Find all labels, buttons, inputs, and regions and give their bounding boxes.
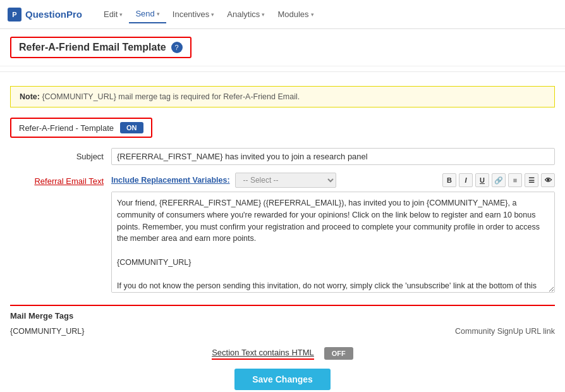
email-textarea[interactable]: Your friend, {REFERRAL_FIRST_NAME} ({REF… (111, 192, 555, 293)
logo: P QuestionPro (8, 8, 82, 21)
template-toggle-button[interactable]: ON (120, 122, 143, 133)
edit-arrow-icon: ▾ (119, 11, 123, 18)
replacement-label: Include Replacement Variables: (111, 176, 230, 185)
section-html-toggle[interactable]: OFF (324, 347, 353, 360)
toolbar-italic[interactable]: I (459, 173, 473, 187)
email-text-row: Referral Email Text Include Replacement … (10, 173, 555, 295)
toolbar-preview[interactable]: 👁 (541, 173, 555, 187)
page-title-box: Refer-A-Friend Email Template ? (10, 37, 191, 58)
subject-wrap (111, 148, 555, 165)
nav-item-incentives[interactable]: Incentives ▾ (166, 6, 221, 23)
toolbar-underline[interactable]: U (475, 173, 489, 187)
page-title: Refer-A-Friend Email Template (19, 42, 166, 53)
note-text: {COMMUNITY_URL} mail merge tag is requir… (42, 92, 300, 101)
toolbar-link[interactable]: 🔗 (492, 173, 506, 187)
template-toggle-label: Refer-A-Friend - Template (19, 123, 114, 133)
subject-row: Subject (10, 148, 555, 165)
subject-label: Subject (10, 148, 111, 161)
nav-item-edit[interactable]: Edit ▾ (97, 6, 129, 23)
send-arrow-icon: ▾ (157, 11, 160, 17)
replacement-select[interactable]: -- Select -- (235, 173, 336, 188)
email-text-label: Referral Email Text (10, 173, 111, 186)
toolbar-align[interactable]: ≡ (508, 173, 522, 187)
merge-tag-desc-0: Community SignUp URL link (455, 327, 555, 336)
nav-item-send[interactable]: Send ▾ (129, 5, 166, 23)
template-toggle-row: Refer-A-Friend - Template ON (10, 118, 152, 138)
section-html-label: Section Text contains HTML (212, 348, 314, 360)
replacement-left: Include Replacement Variables: -- Select… (111, 173, 336, 188)
help-icon[interactable]: ? (171, 42, 183, 53)
toolbar-icons: B I U 🔗 ≡ ☰ 👁 (442, 173, 555, 187)
logo-icon: P (8, 8, 21, 21)
section-html-row: Section Text contains HTML OFF (10, 347, 555, 360)
merge-tag-row-0: {COMMUNITY_URL} Community SignUp URL lin… (10, 324, 555, 338)
merge-tags-title: Mail Merge Tags (10, 311, 555, 321)
nav-bar: Edit ▾ Send ▾ Incentives ▾ Analytics ▾ M… (97, 5, 320, 23)
modules-arrow-icon: ▾ (311, 11, 314, 18)
title-divider (0, 71, 565, 72)
note-prefix: Note: (20, 92, 42, 101)
top-bar: P QuestionPro Edit ▾ Send ▾ Incentives ▾… (0, 0, 565, 29)
merge-tag-code-0: {COMMUNITY_URL} (10, 327, 84, 336)
toolbar-list[interactable]: ☰ (525, 173, 538, 187)
nav-item-analytics[interactable]: Analytics ▾ (221, 6, 271, 23)
save-button[interactable]: Save Changes (234, 369, 331, 390)
subject-input[interactable] (111, 148, 555, 165)
save-row: Save Changes (10, 369, 555, 390)
main-content: Note: {COMMUNITY_URL} mail merge tag is … (0, 77, 565, 392)
toolbar-bold[interactable]: B (442, 173, 456, 187)
analytics-arrow-icon: ▾ (262, 11, 265, 18)
email-text-wrap: Include Replacement Variables: -- Select… (111, 173, 555, 295)
logo-text: QuestionPro (25, 9, 82, 20)
nav-item-modules[interactable]: Modules ▾ (271, 6, 320, 23)
note-banner: Note: {COMMUNITY_URL} mail merge tag is … (10, 86, 555, 107)
page-title-area: Refer-A-Friend Email Template ? (0, 29, 565, 66)
replacement-row: Include Replacement Variables: -- Select… (111, 173, 555, 188)
incentives-arrow-icon: ▾ (211, 11, 214, 18)
merge-tags-section: Mail Merge Tags {COMMUNITY_URL} Communit… (10, 305, 555, 338)
